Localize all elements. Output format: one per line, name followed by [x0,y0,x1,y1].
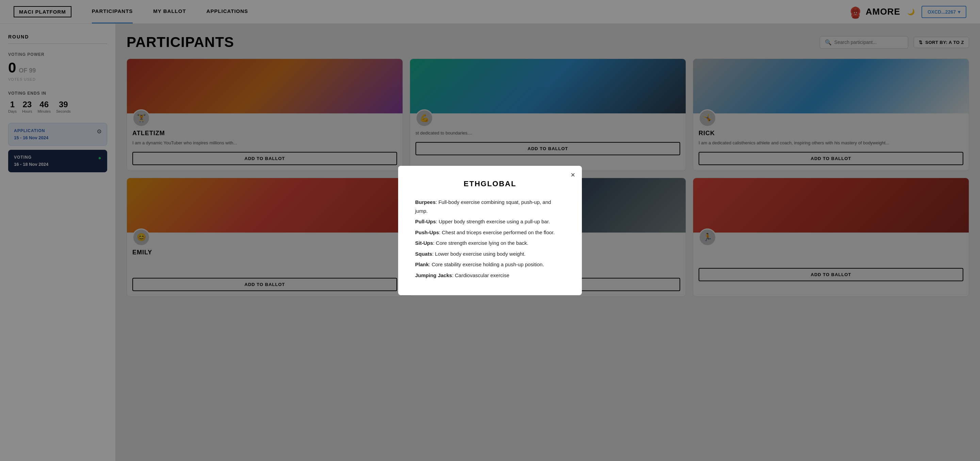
exercise-item: Push-Ups: Chest and triceps exercise per… [415,228,565,237]
modal-close-button[interactable]: × [571,171,575,179]
exercise-item: Squats: Lower body exercise using body w… [415,250,565,258]
modal-overlay[interactable]: × ETHGLOBAL Burpees: Full-body exercise … [0,0,980,461]
exercise-item: Jumping Jacks: Cardiovascular exercise [415,271,565,280]
exercise-item: Plank: Core stability exercise holding a… [415,260,565,269]
exercise-name: Push-Ups [415,230,439,235]
exercise-desc: Core strength exercise lying on the back… [436,240,528,246]
exercise-desc: Upper body strength exercise using a pul… [439,219,550,224]
exercise-name: Squats [415,251,432,257]
modal-title: ETHGLOBAL [415,179,565,188]
exercise-desc: Cardiovascular exercise [455,273,509,278]
modal: × ETHGLOBAL Burpees: Full-body exercise … [398,166,582,295]
exercise-item: Pull-Ups: Upper body strength exercise u… [415,217,565,226]
modal-content: Burpees: Full-body exercise combining sq… [415,198,565,279]
exercise-name: Sit-Ups [415,240,433,246]
exercise-desc: Full-body exercise combining squat, push… [415,199,551,214]
exercise-item: Sit-Ups: Core strength exercise lying on… [415,239,565,247]
exercise-item: Burpees: Full-body exercise combining sq… [415,198,565,215]
exercise-name: Jumping Jacks [415,273,452,278]
exercise-name: Pull-Ups [415,219,436,224]
exercise-desc: Chest and triceps exercise performed on … [442,230,555,235]
exercise-name: Burpees [415,199,436,205]
exercise-desc: Core stability exercise holding a push-u… [431,262,544,267]
exercise-desc: Lower body exercise using body weight. [435,251,525,257]
exercise-name: Plank [415,262,429,267]
